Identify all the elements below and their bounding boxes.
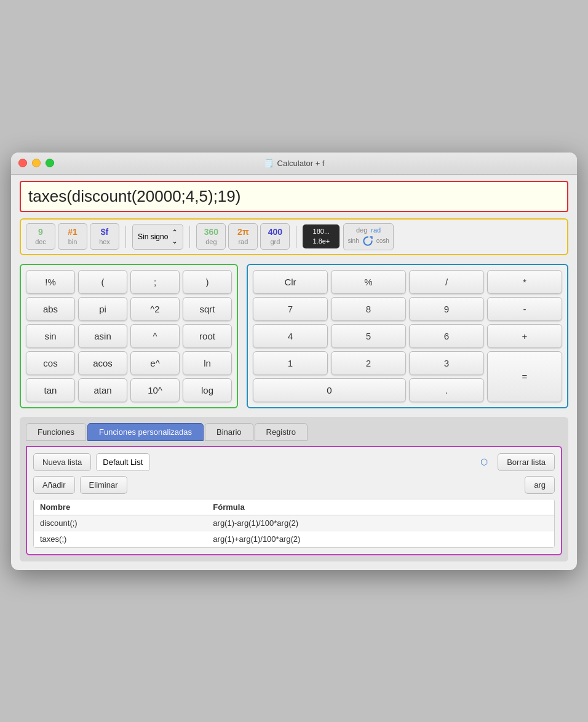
cell-nombre: discount(;) [34, 515, 207, 531]
sci-btn-sqrt[interactable]: sqrt [183, 297, 232, 321]
numeric-grid: Clr%/*789-456+123=0. [253, 270, 562, 402]
num-btn-_[interactable]: . [409, 378, 484, 402]
num-btn-9[interactable]: 9 [409, 297, 484, 321]
sign-select[interactable]: Sin signo ⌃⌄ [132, 224, 183, 250]
numeric-panel: Clr%/*789-456+123=0. [247, 264, 568, 408]
fp-row-1: Nueva lista Default List ⬡ Borrar lista [33, 453, 555, 471]
num-btn-5[interactable]: 5 [331, 324, 406, 348]
arg-button[interactable]: arg [525, 476, 555, 494]
bottom-section: FuncionesFunciones personalizadasBinario… [20, 417, 568, 561]
tab-binario[interactable]: Binario [205, 423, 253, 441]
titlebar: 🗒️ Calculator + f [11, 153, 577, 175]
cell-formula: arg(1)+arg(1)/100*arg(2) [207, 531, 554, 547]
tabs-row: FuncionesFunciones personalizadasBinario… [26, 423, 562, 441]
sci-btn-_[interactable]: ^ [130, 324, 180, 348]
hex-button[interactable]: $f hex [90, 223, 119, 249]
window-body: taxes(discount(20000;4,5);19) 9 dec #1 b… [11, 175, 577, 570]
scientific-grid: !%(;)abspi^2sqrtsinasin^rootcosacose^lnt… [26, 270, 232, 402]
calculator-icon: 🗒️ [264, 159, 274, 168]
sci-btn-ln[interactable]: ln [183, 351, 232, 375]
num-btn-Clr[interactable]: Clr [253, 270, 328, 294]
angle-display: 180... 1.8e+ [303, 224, 340, 248]
toolbar: 9 dec #1 bin $f hex Sin signo ⌃⌄ [20, 218, 568, 255]
sci-btn-cos[interactable]: cos [26, 351, 75, 375]
calculator-window: 🗒️ Calculator + f taxes(discount(20000;4… [11, 153, 577, 570]
functions-table: Nombre Fórmula discount(;)arg(1)-arg(1)/… [34, 499, 554, 547]
anadir-button[interactable]: Añadir [33, 476, 75, 494]
sci-btn-atan[interactable]: atan [78, 378, 127, 402]
scientific-panel: !%(;)abspi^2sqrtsinasin^rootcosacose^lnt… [20, 264, 238, 408]
list-select-wrap: Default List ⬡ [96, 453, 493, 471]
number-base-group: 9 dec #1 bin $f hex [26, 223, 119, 249]
num-btn-_[interactable]: + [487, 324, 562, 348]
bin-button[interactable]: #1 bin [58, 223, 87, 249]
traffic-lights [18, 159, 54, 167]
num-btn-2[interactable]: 2 [331, 351, 406, 375]
tab-registro[interactable]: Registro [255, 423, 308, 441]
chevron-up-down-icon: ⌃⌄ [172, 228, 178, 245]
sci-btn-log[interactable]: log [183, 378, 232, 402]
num-btn-1[interactable]: 1 [253, 351, 328, 375]
table-row[interactable]: discount(;)arg(1)-arg(1)/100*arg(2) [34, 515, 554, 531]
sci-btn-e_[interactable]: e^ [130, 351, 180, 375]
num-btn-6[interactable]: 6 [409, 324, 484, 348]
list-select[interactable]: Default List [96, 453, 150, 471]
num-btn-_[interactable]: = [487, 351, 562, 402]
sci-btn-_[interactable]: ; [130, 270, 180, 294]
window-title: 🗒️ Calculator + f [264, 159, 325, 168]
deg-rad-button[interactable]: deg rad sinh cosh [343, 223, 393, 250]
close-button[interactable] [18, 159, 27, 167]
sci-btn-_[interactable]: ) [183, 270, 232, 294]
select-arrow-icon: ⬡ [480, 457, 488, 467]
col-nombre-header: Nombre [34, 499, 207, 515]
grd400-button[interactable]: 400 grd [260, 223, 290, 249]
sci-btn-asin[interactable]: asin [78, 324, 127, 348]
rotate-icon [362, 235, 374, 247]
num-btn-3[interactable]: 3 [409, 351, 484, 375]
col-formula-header: Fórmula [207, 499, 554, 515]
sci-btn-pi[interactable]: pi [78, 297, 127, 321]
num-btn-_[interactable]: * [487, 270, 562, 294]
table-head: Nombre Fórmula [34, 499, 554, 515]
num-btn-_[interactable]: / [409, 270, 484, 294]
sci-btn-acos[interactable]: acos [78, 351, 127, 375]
fp-row-2: Añadir Eliminar arg [33, 476, 555, 494]
sep-2 [189, 226, 190, 248]
num-btn-7[interactable]: 7 [253, 297, 328, 321]
sep-1 [125, 226, 126, 248]
num-btn-0[interactable]: 0 [253, 378, 406, 402]
dec-button[interactable]: 9 dec [26, 223, 55, 249]
funciones-personalizadas-panel: Nueva lista Default List ⬡ Borrar lista … [26, 446, 562, 555]
sci-btn-__[interactable]: !% [26, 270, 75, 294]
num-btn-_[interactable]: - [487, 297, 562, 321]
num-btn-4[interactable]: 4 [253, 324, 328, 348]
sci-btn-_2[interactable]: ^2 [130, 297, 180, 321]
tab-funciones-personalizadas[interactable]: Funciones personalizadas [87, 423, 204, 441]
borrar-lista-button[interactable]: Borrar lista [498, 453, 555, 471]
nueva-lista-button[interactable]: Nueva lista [33, 453, 91, 471]
table-body: discount(;)arg(1)-arg(1)/100*arg(2)taxes… [34, 515, 554, 547]
num-btn-8[interactable]: 8 [331, 297, 406, 321]
sci-btn-_[interactable]: ( [78, 270, 127, 294]
sci-btn-10_[interactable]: 10^ [130, 378, 180, 402]
display-box: taxes(discount(20000;4,5);19) [20, 181, 568, 212]
table-header-row: Nombre Fórmula [34, 499, 554, 515]
sci-btn-abs[interactable]: abs [26, 297, 75, 321]
cell-formula: arg(1)-arg(1)/100*arg(2) [207, 515, 554, 531]
functions-table-wrap: Nombre Fórmula discount(;)arg(1)-arg(1)/… [33, 499, 555, 548]
minimize-button[interactable] [32, 159, 41, 167]
table-row[interactable]: taxes(;)arg(1)+arg(1)/100*arg(2) [34, 531, 554, 547]
tab-funciones[interactable]: Funciones [26, 423, 86, 441]
angle-unit-group: 360 deg 2π rad 400 grd [196, 223, 290, 249]
eliminar-button[interactable]: Eliminar [80, 476, 127, 494]
cell-nombre: taxes(;) [34, 531, 207, 547]
num-btn-_[interactable]: % [331, 270, 406, 294]
display-text: taxes(discount(20000;4,5);19) [28, 187, 560, 206]
rad2pi-button[interactable]: 2π rad [228, 223, 258, 249]
sci-btn-tan[interactable]: tan [26, 378, 75, 402]
sci-btn-root[interactable]: root [183, 324, 232, 348]
maximize-button[interactable] [46, 159, 54, 167]
panels: !%(;)abspi^2sqrtsinasin^rootcosacose^lnt… [20, 264, 568, 408]
sci-btn-sin[interactable]: sin [26, 324, 75, 348]
deg360-button[interactable]: 360 deg [196, 223, 226, 249]
